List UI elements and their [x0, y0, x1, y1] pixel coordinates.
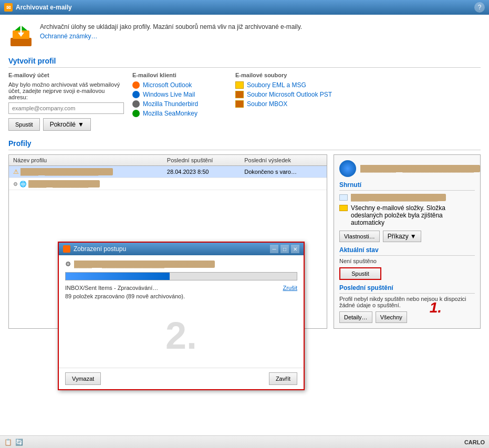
dialog-status-text: INBOX/Sent Items - Zpracovávání… — [65, 285, 158, 291]
advanced-dropdown-arrow: ▼ — [78, 121, 84, 128]
last-run-title: Poslední spuštění — [339, 284, 475, 294]
right-panel-account: ████████@████████████████… — [360, 165, 480, 172]
summary-buttons: Vlastnosti… Příkazy ▼ — [339, 231, 475, 242]
summary-folder-text: Všechny e-mailové složky. Složka odeslan… — [351, 204, 475, 226]
file-eml: Soubory EML a MSG — [235, 81, 481, 89]
gear-icon: ⚙ — [13, 181, 18, 187]
details-button[interactable]: Detaily… — [339, 311, 372, 323]
last-run-text: Profil nebyl nikdy spuštěn nebo nejsou k… — [339, 296, 475, 308]
help-button[interactable]: ? — [474, 2, 485, 13]
globe-icon-large — [339, 160, 356, 177]
dialog-controls: ─ □ ✕ — [270, 245, 299, 253]
outlook-icon — [132, 81, 140, 89]
create-profile-grid: E-mailový účet Aby bylo možno archivovat… — [8, 72, 481, 131]
statusbar-icon1: 📋 — [4, 439, 12, 446]
last-run-buttons: Detaily… Všechny — [339, 311, 475, 323]
advanced-button[interactable]: Pokročilé ▼ — [43, 118, 91, 131]
email-account-label: E-mailový účet — [8, 72, 124, 78]
svg-rect-0 — [11, 38, 32, 46]
profiles-header: Profily — [8, 139, 481, 150]
table-row[interactable]: ⚙ 🌐 ████@████████.c… — [9, 178, 327, 190]
progress-bar-fill — [66, 273, 170, 280]
status-section: Aktuální stav Není spuštěno Spustit — [339, 246, 475, 280]
dialog-minimize-button[interactable]: ─ — [270, 245, 278, 253]
statusbar-user: CARLO — [464, 439, 485, 445]
clear-button[interactable]: Vymazat — [65, 372, 101, 385]
info-text-block: Archivační úlohy se ukládají jako profil… — [40, 23, 302, 40]
dialog-title-text: Zobrazení postupu — [74, 245, 126, 253]
col-last-run: Poslední spuštění — [163, 155, 240, 166]
summary-email-item: ████@██████████████.cz — [339, 194, 475, 201]
info-box: Archivační úlohy se ukládají jako profil… — [8, 23, 481, 48]
windowsmail-icon — [132, 91, 140, 98]
row1-last-run: 28.04.2023 8:50 — [163, 166, 240, 178]
window-title: Archivovat e-maily — [16, 4, 72, 11]
archive-icon — [8, 23, 34, 48]
dialog-maximize-button[interactable]: □ — [280, 245, 289, 253]
email-icon-sm — [339, 194, 348, 201]
create-profile-header: Vytvořit profil — [8, 57, 481, 68]
info-description: Archivační úlohy se ukládají jako profil… — [40, 23, 302, 30]
row1-name: ⚠ ████@████████████.cz… — [9, 166, 163, 178]
dialog-title-icon — [63, 245, 70, 253]
warning-icon: ⚠ — [13, 168, 19, 175]
mbox-icon — [235, 100, 244, 108]
row2-account: ████@████████.c… — [28, 180, 100, 187]
client-seamonkey[interactable]: Mozilla SeaMonkey — [132, 110, 227, 117]
email-files-label: E-mailové soubory — [235, 72, 481, 78]
client-thunderbird[interactable]: Mozilla Thunderbird — [132, 100, 227, 108]
pst-link[interactable]: Soubor Microsoft Outlook PST — [247, 91, 332, 98]
status-title: Aktuální stav — [339, 246, 475, 256]
row1-last-result: Dokončeno s varo… — [240, 166, 327, 178]
row1-account: ████@████████████.cz… — [20, 168, 113, 175]
file-pst: Soubor Microsoft Outlook PST — [235, 91, 481, 98]
client-windowsmail[interactable]: Windows Live Mail — [132, 91, 227, 98]
row2-last-run — [163, 178, 240, 190]
row2-name: ⚙ 🌐 ████@████████.c… — [9, 178, 163, 190]
last-run-section: Poslední spuštění Profil nebyl nikdy spu… — [339, 284, 475, 323]
summary-folder-item: Všechny e-mailové složky. Složka odeslan… — [339, 204, 475, 226]
spin-icon: ⚙ — [65, 261, 71, 268]
app-icon: ✉ — [4, 3, 13, 12]
dialog-status-row: INBOX/Sent Items - Zpracovávání… Zrušit — [65, 285, 297, 291]
dialog-footer: Vymazat Zavřít — [59, 368, 304, 389]
properties-button[interactable]: Vlastnosti… — [339, 231, 380, 242]
dialog-title-bar: Zobrazení postupu ─ □ ✕ — [59, 243, 304, 255]
cancel-link[interactable]: Zrušit — [283, 285, 298, 291]
globe-icon-sm: 🌐 — [19, 181, 27, 187]
summary-title: Shrnutí — [339, 181, 475, 191]
status-bar-icons: 📋 🔄 — [4, 439, 23, 446]
right-panel-header: ████████@████████████████… — [339, 160, 475, 177]
eml-icon — [235, 81, 244, 89]
close-button[interactable]: Zavřít — [269, 372, 297, 385]
title-bar: ✉ Archivovat e-maily ? — [0, 0, 489, 15]
row2-last-result — [240, 178, 327, 190]
trademark-link[interactable]: Ochranné známky… — [40, 33, 97, 40]
email-clients-label: E-mailoví klienti — [132, 72, 227, 78]
folder-icon — [339, 205, 348, 211]
progress-bar-container — [65, 272, 297, 280]
status-bar: 📋 🔄 CARLO — [0, 435, 489, 448]
profiles-table: Název profilu Poslední spuštění Poslední… — [9, 155, 327, 190]
eml-link[interactable]: Soubory EML a MSG — [247, 81, 306, 89]
pst-icon — [235, 91, 244, 98]
mbox-link[interactable]: Soubor MBOX — [247, 100, 287, 108]
email-input[interactable] — [8, 102, 124, 114]
file-mbox: Soubor MBOX — [235, 100, 481, 108]
seamonkey-icon — [132, 110, 140, 117]
col-last-result: Poslední výsledek — [240, 155, 327, 166]
progress-dialog: Zobrazení postupu ─ □ ✕ ⚙ ████@p████████… — [58, 242, 305, 390]
dialog-close-button[interactable]: ✕ — [291, 245, 299, 253]
client-outlook[interactable]: Microsoft Outlook — [132, 81, 227, 89]
run-button[interactable]: Spustit — [8, 118, 40, 131]
email-account-column: E-mailový účet Aby bylo možno archivovat… — [8, 72, 124, 131]
spustit-button[interactable]: Spustit — [339, 267, 381, 280]
all-button[interactable]: Všechny — [376, 311, 407, 323]
col-name: Název profilu — [9, 155, 163, 166]
dialog-title-left: Zobrazení postupu — [63, 245, 126, 253]
dialog-items-text: 89 položek zpracováno (89 nově archivová… — [65, 293, 297, 299]
dialog-account-text: ████@p██████████████.cz via IMAP-TLS — [74, 261, 215, 268]
email-clients-column: E-mailoví klienti Microsoft Outlook Wind… — [132, 72, 227, 131]
commands-button[interactable]: Příkazy ▼ — [383, 231, 421, 242]
table-row[interactable]: ⚠ ████@████████████.cz… 28.04.2023 8:50 … — [9, 166, 327, 178]
